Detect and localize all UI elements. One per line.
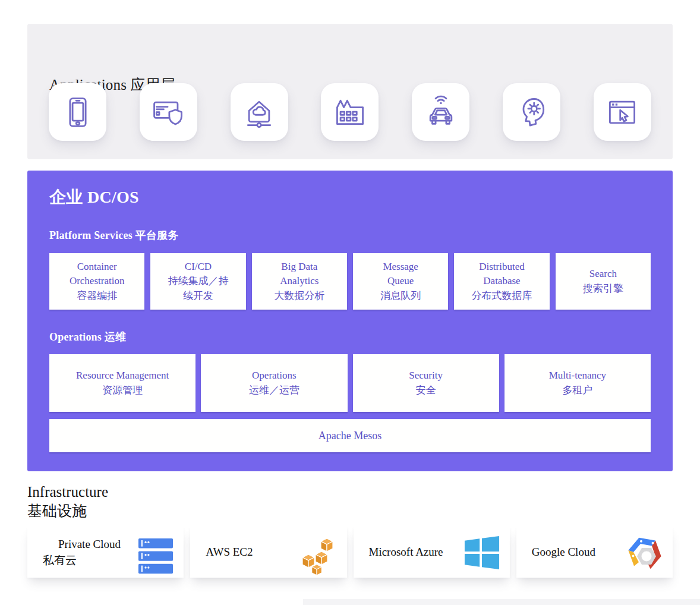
service-box-search: Search搜索引擎 — [556, 253, 651, 310]
app-tile-ai — [503, 83, 560, 141]
provider-google-cloud: Google Cloud — [516, 527, 673, 578]
google-cloud-hexagon-icon — [625, 534, 663, 572]
provider-label: Microsoft Azure — [369, 544, 443, 560]
ops-box-resource-management: Resource Management资源管理 — [49, 354, 196, 412]
page-bottom-strip — [303, 599, 700, 605]
ops-box-multi-tenancy: Multi-tenancy多租户 — [504, 354, 651, 412]
ops-box-operations: Operations运维／运营 — [201, 354, 347, 412]
provider-label: Google Cloud — [532, 544, 595, 560]
connected-car-icon — [423, 94, 459, 130]
app-tile-payment — [140, 83, 197, 141]
app-tile-factory — [321, 83, 379, 141]
infrastructure-title: Infrastructure基础设施 — [27, 483, 108, 521]
apache-mesos-bar: Apache Mesos — [49, 419, 651, 452]
aws-cubes-icon — [299, 535, 338, 578]
provider-microsoft-azure: Microsoft Azure — [354, 527, 510, 578]
ai-head-gear-icon — [514, 94, 550, 130]
app-tile-smart-home — [231, 83, 288, 141]
service-box-cicd: CI/CD持续集成／持续开发 — [150, 253, 245, 310]
ops-box-security: Security安全 — [353, 354, 499, 412]
service-box-message-queue: MessageQueue消息队列 — [353, 253, 448, 310]
dcos-section: 企业 DC/OS Platform Services 平台服务 Containe… — [27, 171, 673, 471]
operations-row: Resource Management资源管理 Operations运维／运营 … — [49, 354, 651, 412]
platform-services-label: Platform Services 平台服务 — [49, 228, 651, 242]
payment-security-icon — [150, 94, 186, 130]
service-box-distributed-database: DistributedDatabase分布式数据库 — [454, 253, 549, 310]
dcos-title: 企业 DC/OS — [49, 171, 651, 209]
service-box-container-orchestration: ContainerOrchestration容器编排 — [49, 253, 144, 310]
smart-home-icon — [241, 94, 277, 130]
azure-windows-icon — [463, 534, 500, 571]
applications-icon-row — [49, 83, 651, 141]
app-tile-web — [594, 83, 651, 141]
app-tile-mobile — [49, 83, 106, 141]
app-tile-connected-car — [412, 83, 469, 141]
provider-aws-ec2: AWS EC2 — [190, 527, 346, 578]
infrastructure-providers-row: Private Cloud私有云 AWS EC2 — [27, 527, 673, 578]
platform-services-row: ContainerOrchestration容器编排 CI/CD持续集成／持续开… — [49, 253, 651, 310]
smartphone-icon — [60, 94, 96, 130]
operations-label: Operations 运维 — [49, 330, 651, 344]
server-stack-icon — [137, 538, 174, 578]
factory-icon — [332, 94, 368, 130]
provider-label: Private Cloud私有云 — [43, 537, 121, 568]
dcos-architecture-diagram: Applications 应用层 — [0, 0, 700, 605]
service-box-big-data-analytics: Big DataAnalytics大数据分析 — [252, 253, 347, 310]
web-browser-cursor-icon — [604, 94, 640, 130]
provider-private-cloud: Private Cloud私有云 — [27, 527, 184, 578]
applications-section: Applications 应用层 — [27, 24, 673, 159]
provider-label: AWS EC2 — [206, 544, 253, 560]
